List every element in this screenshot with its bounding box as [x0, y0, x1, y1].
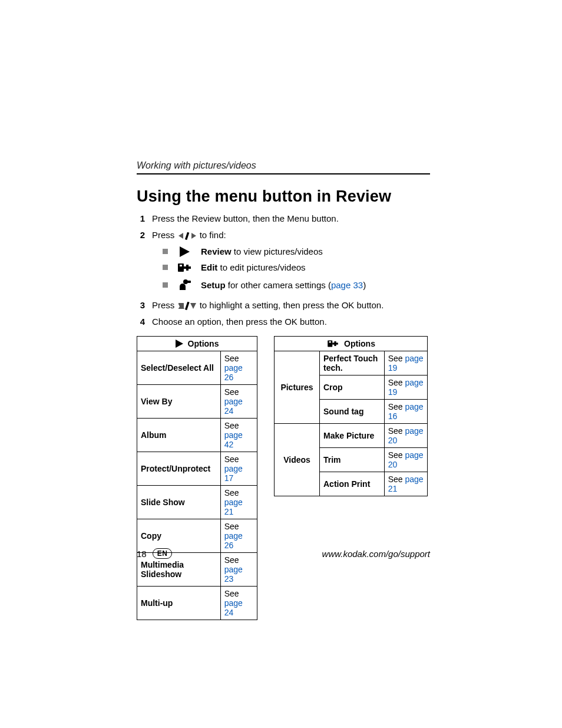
- support-url[interactable]: www.kodak.com/go/support: [322, 549, 430, 559]
- svg-rect-6: [186, 265, 189, 271]
- up-down-arrows-icon: [178, 302, 196, 310]
- table-row: VideosMake PictureSee page 20: [275, 424, 428, 448]
- svg-marker-0: [178, 233, 183, 239]
- option-ref: See page 19: [384, 375, 427, 400]
- page-link[interactable]: page 26: [224, 531, 243, 550]
- option-name: Perfect Touch tech.: [320, 351, 385, 375]
- page-number: 18: [137, 549, 147, 559]
- option-ref: See page 19: [384, 351, 427, 375]
- bullet-icon: [163, 265, 168, 270]
- page-link[interactable]: page 24: [224, 598, 243, 617]
- option-name: Make Picture: [320, 424, 385, 448]
- svg-rect-8: [187, 281, 191, 283]
- option-name: Sound tag: [320, 400, 385, 424]
- option-ref: See page 26: [220, 351, 257, 385]
- step-number: 3: [137, 299, 145, 311]
- bullet-icon: [163, 282, 168, 288]
- option-ref: See page 24: [220, 587, 257, 620]
- page-link[interactable]: page 42: [224, 430, 243, 449]
- step-number: 1: [137, 213, 145, 225]
- option-ref: See page 21: [384, 472, 427, 496]
- option-ref: See page 20: [384, 424, 427, 448]
- play-icon: [176, 246, 193, 257]
- setup-icon: [176, 278, 193, 292]
- edit-icon: [176, 262, 193, 274]
- bullet-review: Review to view pictures/videos: [201, 246, 323, 256]
- step-number: 2: [137, 229, 145, 241]
- option-name: View By: [137, 385, 221, 419]
- options-table-review: Options Select/Deselect AllSee page 26Vi…: [137, 336, 257, 620]
- page-link[interactable]: page 24: [224, 397, 243, 416]
- option-ref: See page 26: [220, 519, 257, 553]
- page-link[interactable]: page 26: [224, 363, 243, 382]
- option-name: Protect/Unprotect: [137, 452, 221, 486]
- svg-marker-13: [190, 303, 196, 309]
- page-link[interactable]: page 17: [224, 464, 243, 483]
- bullet-edit: Edit to edit pictures/videos: [201, 262, 306, 272]
- svg-rect-4: [180, 265, 182, 266]
- table-row: CopySee page 26: [137, 519, 257, 553]
- language-badge: EN: [153, 548, 173, 559]
- option-ref: See page 24: [220, 385, 257, 419]
- option-ref: See page 42: [220, 419, 257, 452]
- step-1-text: Press the Review button, then the Menu b…: [152, 213, 430, 225]
- table-row: Select/Deselect AllSee page 26: [137, 351, 257, 385]
- left-right-arrows-icon: [178, 232, 196, 240]
- svg-rect-1: [184, 232, 189, 240]
- option-name: Multi-up: [137, 587, 221, 620]
- page-footer: 18 EN www.kodak.com/go/support: [137, 548, 430, 559]
- option-name: Action Print: [320, 472, 385, 496]
- breadcrumb: Working with pictures/videos: [137, 160, 430, 174]
- page-link[interactable]: page 21: [224, 498, 243, 516]
- option-name: Album: [137, 419, 221, 452]
- option-name: Copy: [137, 519, 221, 553]
- option-ref: See page 17: [220, 452, 257, 486]
- play-icon: [176, 340, 183, 348]
- table-row: Multi-upSee page 24: [137, 587, 257, 620]
- svg-marker-2: [191, 233, 196, 239]
- step-4-text: Choose an option, then press the OK butt…: [152, 316, 430, 328]
- table-row: Slide ShowSee page 21: [137, 486, 257, 519]
- page-33-link[interactable]: page 33: [331, 280, 363, 290]
- options-table-edit: Options PicturesPerfect Touch tech.See p…: [274, 336, 428, 496]
- bullet-setup: Setup for other camera settings (page 33…: [201, 280, 366, 290]
- option-ref: See page 21: [220, 486, 257, 519]
- svg-rect-17: [334, 341, 336, 346]
- option-name: Select/Deselect All: [137, 351, 221, 385]
- table-row: AlbumSee page 42: [137, 419, 257, 452]
- option-name: Slide Show: [137, 486, 221, 519]
- bullet-icon: [163, 249, 168, 254]
- option-name: Trim: [320, 448, 385, 472]
- svg-point-7: [183, 279, 188, 284]
- table-row: View BySee page 24: [137, 385, 257, 419]
- option-name: Crop: [320, 375, 385, 400]
- page-title: Using the menu button in Review: [137, 187, 430, 206]
- option-ref: See page 16: [384, 400, 427, 424]
- svg-rect-12: [184, 302, 189, 310]
- page-link[interactable]: page 23: [224, 565, 243, 584]
- step-2-text: Press to find:: [152, 229, 430, 241]
- svg-rect-15: [329, 341, 331, 342]
- options-header: Options: [188, 339, 219, 348]
- table-row: Protect/UnprotectSee page 17: [137, 452, 257, 486]
- category-cell: Videos: [275, 424, 320, 496]
- category-cell: Pictures: [275, 351, 320, 424]
- edit-icon: [326, 339, 339, 348]
- options-header: Options: [344, 339, 375, 348]
- step-3-text: Press to highlight a setting, then press…: [152, 299, 430, 311]
- step-number: 4: [137, 316, 145, 328]
- table-row: PicturesPerfect Touch tech.See page 19: [275, 351, 428, 375]
- option-ref: See page 20: [384, 448, 427, 472]
